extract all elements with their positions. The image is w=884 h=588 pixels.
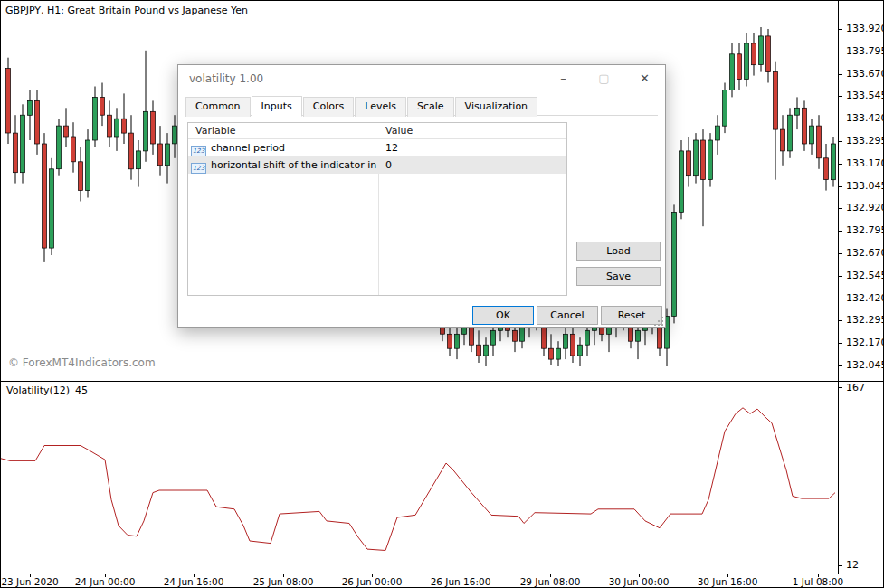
price-axis-label: 133.295 xyxy=(846,135,884,147)
header-variable: Variable xyxy=(195,123,236,139)
price-axis-label: 132.545 xyxy=(846,270,884,282)
tab-common[interactable]: Common xyxy=(185,97,251,117)
parameter-name-cell: 123channel period xyxy=(188,139,377,156)
tab-levels[interactable]: Levels xyxy=(355,97,406,117)
load-button[interactable]: Load xyxy=(576,242,661,261)
indicator-current-value: 45 xyxy=(75,384,88,396)
price-axis-label: 132.295 xyxy=(846,314,884,327)
indicator-axis-tick xyxy=(839,565,842,566)
price-axis-tick xyxy=(839,253,842,254)
price-axis-tick xyxy=(839,164,842,165)
mt-terminal-chart-window: GBPJPY, H1: Great Britain Pound vs Japan… xyxy=(0,0,884,588)
parameter-row[interactable]: 123channel period12 xyxy=(188,139,566,156)
price-axis-label: 132.795 xyxy=(846,224,884,237)
time-axis-label: 1 Jul 08:00 xyxy=(793,576,843,587)
parameter-name: horizontal shift of the indicator in bar… xyxy=(211,159,377,171)
indicator-properties-dialog: volatility 1.00 – ▢ ✕ CommonInputsColors… xyxy=(177,64,666,328)
dialog-titlebar[interactable]: volatility 1.00 – ▢ ✕ xyxy=(178,65,665,92)
maximize-icon: ▢ xyxy=(584,65,624,92)
price-axis-line xyxy=(838,1,839,574)
indicator-panel[interactable]: Volatility(12)45 xyxy=(1,382,838,574)
numeric-type-icon: 123 xyxy=(191,163,206,174)
price-axis-tick xyxy=(839,186,842,187)
parameter-value-cell[interactable]: 0 xyxy=(385,156,566,174)
time-axis-label: 30 Jun 00:00 xyxy=(609,576,670,587)
price-axis-label: 132.045 xyxy=(846,359,884,372)
volatility-line-chart xyxy=(1,382,838,574)
price-axis-label: 133.545 xyxy=(846,90,884,102)
price-axis-tick xyxy=(839,299,842,299)
time-axis-label: 23 Jun 2020 xyxy=(1,576,58,587)
price-axis-label: 132.920 xyxy=(846,202,884,214)
close-icon[interactable]: ✕ xyxy=(624,65,665,92)
resize-grip-icon[interactable] xyxy=(653,316,664,327)
parameter-row[interactable]: 123horizontal shift of the indicator in … xyxy=(188,156,566,174)
indicator-axis[interactable]: 167 12 xyxy=(839,382,884,574)
numeric-type-icon: 123 xyxy=(191,146,206,156)
header-value: Value xyxy=(385,123,413,139)
time-axis-label: 24 Jun 00:00 xyxy=(75,576,136,587)
parameter-value-cell[interactable]: 12 xyxy=(385,139,566,156)
time-axis-label: 30 Jun 16:00 xyxy=(698,576,758,587)
price-axis-tick xyxy=(839,231,842,232)
parameters-table: Variable Value 123channel period12123hor… xyxy=(187,122,567,296)
price-axis-tick xyxy=(839,208,842,209)
parameter-name: channel period xyxy=(211,142,285,154)
price-axis-label: 133.170 xyxy=(846,157,884,170)
price-axis-label: 132.420 xyxy=(846,292,884,305)
price-axis-label: 132.170 xyxy=(846,337,884,349)
dialog-title: volatility 1.00 xyxy=(189,65,263,92)
ok-button[interactable]: OK xyxy=(472,306,534,325)
indicator-axis-tick xyxy=(839,387,842,388)
price-axis-label: 133.420 xyxy=(846,112,884,125)
axis-separator xyxy=(1,574,884,574)
price-axis-tick xyxy=(839,29,842,30)
price-axis-tick xyxy=(839,96,842,97)
price-axis-label: 133.795 xyxy=(846,45,884,58)
tab-colors[interactable]: Colors xyxy=(303,97,354,117)
time-axis[interactable]: 23 Jun 202024 Jun 00:0024 Jun 16:0025 Ju… xyxy=(1,574,884,588)
price-axis-label: 132.670 xyxy=(846,247,884,260)
window-controls: – ▢ ✕ xyxy=(543,65,665,92)
save-button[interactable]: Save xyxy=(576,267,661,286)
dialog-tab-bar: CommonInputsColorsLevelsScaleVisualizati… xyxy=(185,95,658,116)
price-axis-tick xyxy=(839,52,842,52)
price-axis-tick xyxy=(839,141,842,142)
price-axis-label: 133.670 xyxy=(846,68,884,81)
price-axis-label: 133.045 xyxy=(846,180,884,193)
watermark: © ForexMT4Indicators.com xyxy=(8,356,156,369)
symbol-info-label: GBPJPY, H1: Great Britain Pound vs Japan… xyxy=(5,5,248,16)
price-axis-tick xyxy=(839,276,842,277)
time-axis-label: 29 Jun 08:00 xyxy=(520,576,581,587)
table-header-row: Variable Value xyxy=(188,123,566,139)
indicator-axis-max: 167 xyxy=(846,382,865,394)
time-axis-label: 24 Jun 16:00 xyxy=(164,576,224,587)
price-axis-tick xyxy=(839,343,842,344)
indicator-label: Volatility(12)45 xyxy=(6,384,88,396)
price-axis-tick xyxy=(839,365,842,366)
price-axis-tick xyxy=(839,119,842,119)
indicator-axis-min: 12 xyxy=(846,559,859,572)
cancel-button[interactable]: Cancel xyxy=(537,306,598,325)
time-axis-label: 26 Jun 16:00 xyxy=(431,576,491,587)
price-axis-tick xyxy=(839,320,842,321)
minimize-icon[interactable]: – xyxy=(543,65,584,92)
price-axis[interactable]: 133.920133.795133.670133.545133.420133.2… xyxy=(839,1,884,381)
indicator-name: Volatility(12) xyxy=(6,384,70,396)
tab-visualization[interactable]: Visualization xyxy=(455,97,537,117)
panel-separator[interactable] xyxy=(1,381,884,382)
time-axis-label: 25 Jun 08:00 xyxy=(253,576,314,587)
price-axis-tick xyxy=(839,74,842,75)
price-axis-label: 133.920 xyxy=(846,23,884,35)
parameter-name-cell: 123horizontal shift of the indicator in … xyxy=(188,156,377,174)
tab-inputs[interactable]: Inputs xyxy=(252,96,302,117)
tab-scale[interactable]: Scale xyxy=(407,97,454,117)
time-axis-label: 26 Jun 00:00 xyxy=(342,576,403,587)
